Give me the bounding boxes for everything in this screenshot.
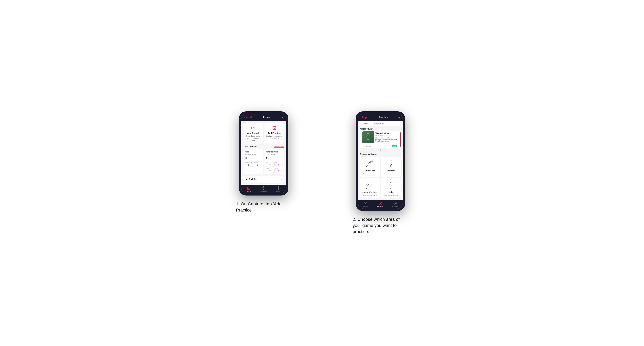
phone1-header: clippd Home ≡ [241, 114, 286, 121]
nav-activities-2[interactable]: Activities [373, 202, 388, 207]
nav-capture-label-2: Capture [392, 206, 398, 207]
putt-value: 4 [274, 169, 282, 173]
putt-stat: PUTT 4 [274, 168, 282, 173]
add-practice-icon [271, 125, 278, 131]
featured-description: Play 1 shot at each target yardage. If y… [376, 137, 397, 143]
add-practice-card[interactable]: Add Practice Capture your practice off-t… [264, 123, 284, 144]
ott-label: OTT [266, 162, 274, 163]
featured-footer: 9 shots APP [362, 144, 399, 148]
tournament-label: Tournament [245, 162, 253, 163]
svg-line-34 [391, 184, 392, 188]
phone1: clippd Home ≡ [239, 111, 288, 195]
around-green-name: Around The Green [362, 191, 378, 193]
explore-title: Explore skill areas [358, 152, 403, 157]
featured-title: Wedge Ladder [376, 132, 397, 135]
rounds-capture-value: 0 [245, 156, 261, 160]
practice-value: 0 [254, 163, 262, 167]
around-green-diagram [365, 180, 375, 190]
clippd-logo-1: clippd [244, 116, 252, 119]
clippd-logo-2: clippd [361, 116, 368, 119]
dot-2[interactable] [380, 150, 381, 151]
svg-point-14 [367, 133, 369, 134]
phone2-section: clippd Practice ≡ Drills Favourites Most… [330, 111, 431, 235]
app-stat: APP 4 [274, 162, 282, 167]
phone1-section: clippd Home ≡ [213, 111, 314, 213]
practice-tabs: Drills Favourites [358, 121, 403, 126]
rounds-card: Rounds Rounds Capture 0 Tournament 0 Pra… [243, 149, 263, 174]
rounds-sub-stats: Tournament 0 Practice 0 [245, 162, 261, 167]
golf-bag-chevron: › [281, 178, 282, 181]
nav-capture-2[interactable]: Capture [388, 202, 403, 207]
golf-bag-row[interactable]: My Golf Bag › [243, 176, 284, 183]
drills-capture-label: Drills Capture [266, 154, 282, 156]
drills-sub-stats: OTT 0 APP 4 ARG 0 [266, 162, 282, 173]
caption-1: 1. On Capture, tap 'Add Practice'. [236, 201, 291, 213]
page-container: clippd Home ≡ [213, 111, 431, 235]
phone1-bottom-nav: Home Activities [241, 185, 286, 193]
drills-title: Practice Drills [266, 151, 282, 153]
nav-home-1[interactable]: Home [241, 186, 256, 192]
tournament-value: 0 [245, 163, 253, 167]
featured-card[interactable]: ☆ Wedge Ladder 50–100 yds Play 1 shot at… [362, 131, 399, 148]
putt-label: PUTT [274, 168, 282, 169]
home-content: Add Round Record your shots fast or enha… [241, 121, 286, 185]
approach-desc: Dial-in to hit the green [384, 173, 398, 175]
practice-stat: Practice 0 [254, 162, 262, 167]
nav-activities-1[interactable]: Activities [256, 186, 271, 192]
star-icon[interactable]: ☆ [396, 132, 398, 135]
skill-grid: Off The Tee Power and accuracy [358, 157, 403, 200]
app-label: APP [274, 162, 282, 163]
tab-drills[interactable]: Drills [360, 121, 371, 126]
arg-stat: ARG 0 [266, 168, 274, 173]
putting-name: Putting [388, 191, 394, 193]
phone2-menu-icon[interactable]: ≡ [398, 116, 400, 119]
phone2: clippd Practice ≡ Drills Favourites Most… [356, 111, 405, 211]
phone2-header: clippd Practice ≡ [358, 114, 403, 121]
most-popular-title: Most Popular [358, 126, 403, 131]
view-activity-link[interactable]: View Activity [274, 146, 284, 148]
featured-info: ☆ Wedge Ladder 50–100 yds Play 1 shot at… [374, 131, 399, 144]
featured-inner: ☆ Wedge Ladder 50–100 yds Play 1 shot at… [362, 131, 399, 144]
off-the-tee-desc: Power and accuracy [363, 173, 376, 175]
add-practice-title: Add Practice [268, 132, 281, 134]
nav-activities-label-1: Activities [260, 190, 267, 192]
svg-line-18 [367, 138, 368, 140]
dot-1[interactable] [378, 150, 379, 151]
add-round-icon [250, 125, 256, 131]
phone2-title: Practice [379, 116, 388, 119]
nav-home-2[interactable]: Home [358, 202, 373, 207]
nav-home-label-1: Home [247, 190, 251, 192]
dot-3[interactable] [382, 150, 383, 151]
svg-point-7 [274, 126, 274, 127]
practice-content: Most Popular [358, 126, 403, 200]
tournament-stat: Tournament 0 [245, 162, 253, 167]
off-the-tee-name: Off The Tee [365, 170, 375, 172]
svg-line-17 [368, 135, 369, 136]
nav-home-label-2: Home [363, 206, 368, 207]
drills-card: Practice Drills Drills Capture 8 OTT 0 A… [264, 149, 284, 174]
phone2-bottom-nav: Home Activities [358, 200, 403, 208]
around-green-desc: Hone your short game [362, 194, 377, 196]
tab-favourites[interactable]: Favourites [371, 121, 386, 126]
featured-card-wrapper: ☆ Wedge Ladder 50–100 yds Play 1 shot at… [360, 131, 401, 148]
off-the-tee-diagram [365, 159, 375, 169]
caption-2: 2. Choose which area of your game you wa… [353, 216, 408, 235]
ott-stat: OTT 0 [266, 162, 274, 167]
app-value: 4 [274, 163, 282, 167]
add-round-card[interactable]: Add Round Record your shots fast or enha… [243, 123, 263, 144]
skill-approach[interactable]: Approach Dial-in to hit the green [381, 157, 401, 177]
skill-off-the-tee[interactable]: Off The Tee Power and accuracy [360, 157, 380, 177]
carousel-dots [358, 148, 403, 152]
featured-image [362, 131, 374, 143]
stats-row: Rounds Rounds Capture 0 Tournament 0 Pra… [243, 149, 284, 174]
nav-capture-1[interactable]: Capture [271, 186, 286, 192]
phone1-menu-icon[interactable]: ≡ [282, 116, 283, 119]
skill-around-green[interactable]: Around The Green Hone your short game [360, 178, 380, 198]
skill-putting[interactable]: Putting Make and lag practice [381, 178, 401, 198]
svg-point-32 [390, 182, 392, 183]
arg-label: ARG [266, 168, 274, 169]
svg-line-19 [368, 138, 369, 140]
putting-diagram [386, 180, 396, 190]
svg-line-16 [366, 136, 368, 137]
nav-capture-label-1: Capture [276, 190, 281, 192]
